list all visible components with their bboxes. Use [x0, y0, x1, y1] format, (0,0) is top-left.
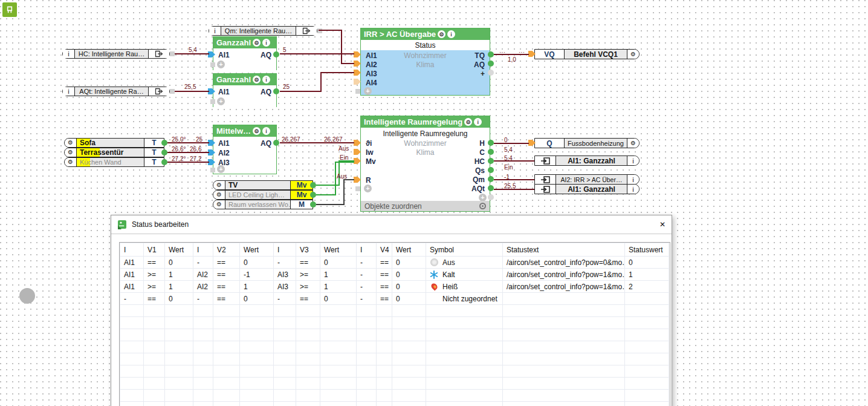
- condition-cell[interactable]: 0: [320, 293, 357, 305]
- condition-cell[interactable]: 0: [165, 257, 193, 269]
- io-ref-qm[interactable]: i Qm: Intelligente Rau…: [209, 26, 317, 36]
- empty-cell[interactable]: [165, 402, 193, 406]
- statustext-cell[interactable]: /aircon/set_control_info?pow=1&mo…: [503, 281, 625, 293]
- empty-cell[interactable]: [503, 402, 625, 406]
- condition-cell[interactable]: >=: [296, 269, 320, 281]
- empty-cell[interactable]: [377, 402, 392, 406]
- empty-cell[interactable]: [213, 378, 240, 390]
- ref-ai1-ganzzahl-2[interactable]: AI1: Ganzzahl i: [534, 184, 640, 194]
- connector-nub[interactable]: [210, 168, 215, 172]
- output-connector[interactable]: [310, 192, 316, 198]
- statuswert-cell[interactable]: [625, 293, 669, 305]
- condition-cell[interactable]: ==: [296, 293, 320, 305]
- actuator-tv[interactable]: ⚙ TV Mv: [213, 180, 313, 190]
- empty-cell[interactable]: [165, 305, 193, 317]
- empty-cell[interactable]: [357, 317, 377, 329]
- empty-cell[interactable]: [392, 390, 426, 402]
- gear-icon[interactable]: ⚙: [65, 148, 77, 157]
- condition-cell[interactable]: -: [357, 281, 377, 293]
- empty-cell[interactable]: [144, 378, 165, 390]
- gray-node[interactable]: [19, 288, 35, 304]
- io-ref-hc[interactable]: i HC: Intelligente Rau…: [62, 49, 170, 59]
- ref-ai1-ganzzahl-1[interactable]: AI1: Ganzzahl i: [534, 156, 640, 166]
- empty-cell[interactable]: [240, 329, 274, 341]
- output-connector[interactable]: [488, 176, 494, 182]
- empty-cell[interactable]: [296, 390, 320, 402]
- empty-cell[interactable]: [320, 305, 357, 317]
- empty-row[interactable]: [120, 341, 669, 353]
- sensor-sofa[interactable]: ⚙ Sofa T: [64, 138, 164, 148]
- empty-cell[interactable]: [357, 402, 377, 406]
- empty-cell[interactable]: [357, 353, 377, 365]
- empty-cell[interactable]: [426, 329, 503, 341]
- empty-cell[interactable]: [503, 365, 625, 378]
- empty-cell[interactable]: [120, 317, 144, 329]
- empty-cell[interactable]: [144, 341, 165, 353]
- connector-nub[interactable]: [170, 51, 175, 56]
- empty-row[interactable]: [120, 317, 669, 329]
- empty-cell[interactable]: [625, 365, 669, 378]
- connector-nub[interactable]: [210, 62, 215, 67]
- empty-cell[interactable]: [320, 317, 357, 329]
- empty-cell[interactable]: [320, 329, 357, 341]
- empty-cell[interactable]: [240, 378, 274, 390]
- condition-cell[interactable]: 0: [392, 257, 426, 269]
- condition-cell[interactable]: 1: [320, 269, 357, 281]
- empty-cell[interactable]: [296, 341, 320, 353]
- condition-cell[interactable]: -: [274, 257, 296, 269]
- empty-cell[interactable]: [377, 341, 392, 353]
- output-connector[interactable]: [488, 149, 494, 155]
- empty-cell[interactable]: [625, 305, 669, 317]
- empty-cell[interactable]: [165, 341, 193, 353]
- empty-cell[interactable]: [392, 317, 426, 329]
- empty-cell[interactable]: [240, 305, 274, 317]
- empty-cell[interactable]: [165, 390, 193, 402]
- empty-cell[interactable]: [193, 353, 213, 365]
- empty-cell[interactable]: [274, 365, 296, 378]
- empty-cell[interactable]: [240, 341, 274, 353]
- empty-cell[interactable]: [426, 353, 503, 365]
- add-input-button[interactable]: +: [217, 165, 225, 173]
- wire[interactable]: [341, 63, 354, 64]
- empty-cell[interactable]: [274, 317, 296, 329]
- wire[interactable]: [494, 160, 534, 162]
- empty-cell[interactable]: [625, 341, 669, 353]
- status-row[interactable]: AI1>=1AI2==1AI3>=1-==0Heiß/aircon/set_co…: [120, 281, 669, 293]
- empty-cell[interactable]: [274, 402, 296, 406]
- empty-cell[interactable]: [503, 317, 625, 329]
- empty-cell[interactable]: [426, 378, 503, 390]
- wire[interactable]: [280, 91, 322, 92]
- condition-cell[interactable]: 0: [392, 281, 426, 293]
- empty-row[interactable]: [120, 402, 669, 406]
- output-connector[interactable]: [273, 51, 279, 57]
- condition-cell[interactable]: >=: [296, 281, 320, 293]
- condition-cell[interactable]: 1: [240, 281, 274, 293]
- empty-cell[interactable]: [357, 329, 377, 341]
- empty-cell[interactable]: [377, 305, 392, 317]
- empty-cell[interactable]: [320, 341, 357, 353]
- condition-cell[interactable]: 1: [165, 269, 193, 281]
- wire[interactable]: [175, 91, 209, 92]
- condition-cell[interactable]: >=: [144, 281, 165, 293]
- condition-cell[interactable]: 0: [240, 257, 274, 269]
- wire[interactable]: [494, 179, 534, 180]
- add-input-button[interactable]: +: [217, 97, 225, 105]
- info-icon[interactable]: i: [627, 175, 639, 184]
- add-input-button[interactable]: +: [364, 185, 372, 192]
- empty-cell[interactable]: [120, 329, 144, 341]
- info-icon[interactable]: i: [474, 118, 482, 126]
- empty-cell[interactable]: [392, 378, 426, 390]
- empty-cell[interactable]: [296, 305, 320, 317]
- empty-cell[interactable]: [377, 378, 392, 390]
- empty-cell[interactable]: [120, 390, 144, 402]
- empty-cell[interactable]: [503, 390, 625, 402]
- block-irr-ac-uebergabe[interactable]: IRR > AC Übergabe⚙i Status AI1 AI2 AI3 A…: [360, 28, 490, 96]
- empty-cell[interactable]: [625, 317, 669, 329]
- info-icon[interactable]: i: [262, 39, 270, 47]
- wire[interactable]: [335, 162, 354, 163]
- connector-nub[interactable]: [170, 89, 175, 94]
- command-fussbodenheizung[interactable]: Q Fussbodenheizung ⚙: [534, 138, 640, 148]
- empty-cell[interactable]: [213, 365, 240, 378]
- empty-cell[interactable]: [296, 329, 320, 341]
- info-icon[interactable]: i: [63, 87, 75, 96]
